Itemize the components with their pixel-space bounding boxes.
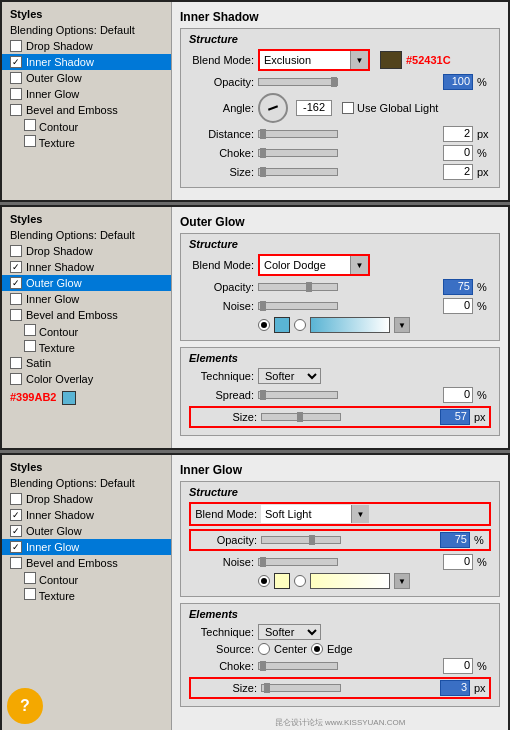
contour-checkbox-2[interactable] bbox=[24, 324, 36, 336]
color-swatch-3[interactable] bbox=[274, 573, 290, 589]
opacity-slider-1[interactable] bbox=[258, 78, 439, 86]
inner-glow-checkbox-2[interactable] bbox=[10, 293, 22, 305]
blend-mode-wrapper-1[interactable]: Exclusion ▼ bbox=[258, 49, 370, 71]
source-edge-radio-3[interactable] bbox=[311, 643, 323, 655]
sidebar-1-contour[interactable]: Contour bbox=[2, 118, 171, 134]
global-light-checkbox-1[interactable] bbox=[342, 102, 354, 114]
sidebar-1-inner-glow[interactable]: Inner Glow bbox=[2, 86, 171, 102]
gradient-radio-2[interactable] bbox=[294, 319, 306, 331]
sidebar-2-inner-glow[interactable]: Inner Glow bbox=[2, 291, 171, 307]
distance-slider-1[interactable] bbox=[258, 130, 439, 138]
sidebar-3-bevel-emboss[interactable]: Bevel and Emboss bbox=[2, 555, 171, 571]
sidebar-2-drop-shadow[interactable]: Drop Shadow bbox=[2, 243, 171, 259]
choke-slider-3[interactable] bbox=[258, 662, 439, 670]
outer-glow-checkbox-3[interactable] bbox=[10, 525, 22, 537]
distance-slider-track-1[interactable] bbox=[258, 130, 338, 138]
choke-value-1[interactable]: 0 bbox=[443, 145, 473, 161]
texture-checkbox-3[interactable] bbox=[24, 588, 36, 600]
technique-select-3[interactable]: Softer Precise bbox=[258, 624, 321, 640]
opacity-slider-track-1[interactable] bbox=[258, 78, 338, 86]
sidebar-3-inner-glow[interactable]: Inner Glow bbox=[2, 539, 171, 555]
texture-checkbox-2[interactable] bbox=[24, 340, 36, 352]
opacity-value-1[interactable]: 100 bbox=[443, 74, 473, 90]
sidebar-2-color-overlay[interactable]: Color Overlay bbox=[2, 371, 171, 387]
noise-slider-3[interactable] bbox=[258, 558, 439, 566]
drop-shadow-checkbox-2[interactable] bbox=[10, 245, 22, 257]
sidebar-2-texture[interactable]: Texture bbox=[2, 339, 171, 355]
noise-slider-track-2[interactable] bbox=[258, 302, 338, 310]
opacity-slider-2[interactable] bbox=[258, 283, 439, 291]
opacity-slider-track-3[interactable] bbox=[261, 536, 341, 544]
gradient-dropdown-3[interactable]: ▼ bbox=[394, 573, 410, 589]
choke-slider-track-3[interactable] bbox=[258, 662, 338, 670]
size-slider-3[interactable] bbox=[261, 684, 436, 692]
gradient-swatch-3[interactable] bbox=[310, 573, 390, 589]
opacity-value-3[interactable]: 75 bbox=[440, 532, 470, 548]
opacity-value-2[interactable]: 75 bbox=[443, 279, 473, 295]
spread-slider-track-2[interactable] bbox=[258, 391, 338, 399]
inner-shadow-checkbox-2[interactable] bbox=[10, 261, 22, 273]
outer-glow-checkbox-1[interactable] bbox=[10, 72, 22, 84]
size-slider-track-2[interactable] bbox=[261, 413, 341, 421]
bevel-emboss-checkbox-2[interactable] bbox=[10, 309, 22, 321]
sidebar-1-texture[interactable]: Texture bbox=[2, 134, 171, 150]
spread-slider-2[interactable] bbox=[258, 391, 439, 399]
sidebar-3-texture[interactable]: Texture bbox=[2, 587, 171, 603]
inner-shadow-checkbox-3[interactable] bbox=[10, 509, 22, 521]
bevel-emboss-checkbox-1[interactable] bbox=[10, 104, 22, 116]
gradient-dropdown-2[interactable]: ▼ bbox=[394, 317, 410, 333]
opacity-slider-track-2[interactable] bbox=[258, 283, 338, 291]
size-value-2[interactable]: 57 bbox=[440, 409, 470, 425]
inner-glow-checkbox-3[interactable] bbox=[10, 541, 22, 553]
outer-glow-checkbox-2[interactable] bbox=[10, 277, 22, 289]
choke-value-3[interactable]: 0 bbox=[443, 658, 473, 674]
size-slider-2[interactable] bbox=[261, 413, 436, 421]
blend-mode-wrapper-2[interactable]: Color Dodge ▼ bbox=[258, 254, 370, 276]
blend-mode-dropdown-1[interactable]: ▼ bbox=[350, 51, 368, 69]
size-value-1[interactable]: 2 bbox=[443, 164, 473, 180]
sidebar-2-bevel-emboss[interactable]: Bevel and Emboss bbox=[2, 307, 171, 323]
size-slider-track-3[interactable] bbox=[261, 684, 341, 692]
contour-checkbox-3[interactable] bbox=[24, 572, 36, 584]
sidebar-1-inner-shadow[interactable]: Inner Shadow bbox=[2, 54, 171, 70]
sidebar-1-outer-glow[interactable]: Outer Glow bbox=[2, 70, 171, 86]
size-slider-1[interactable] bbox=[258, 168, 439, 176]
sidebar-3-drop-shadow[interactable]: Drop Shadow bbox=[2, 491, 171, 507]
technique-select-2[interactable]: Softer Precise bbox=[258, 368, 321, 384]
angle-value-1[interactable]: -162 bbox=[296, 100, 332, 116]
noise-slider-2[interactable] bbox=[258, 302, 439, 310]
inner-shadow-checkbox-1[interactable] bbox=[10, 56, 22, 68]
color-swatch-1[interactable] bbox=[380, 51, 402, 69]
drop-shadow-checkbox-1[interactable] bbox=[10, 40, 22, 52]
sidebar-2-inner-shadow[interactable]: Inner Shadow bbox=[2, 259, 171, 275]
size-slider-track-1[interactable] bbox=[258, 168, 338, 176]
color-swatch-2[interactable] bbox=[274, 317, 290, 333]
source-center-radio-3[interactable] bbox=[258, 643, 270, 655]
sidebar-2-outer-glow[interactable]: Outer Glow bbox=[2, 275, 171, 291]
sidebar-1-drop-shadow[interactable]: Drop Shadow bbox=[2, 38, 171, 54]
sidebar-3-contour[interactable]: Contour bbox=[2, 571, 171, 587]
sidebar-1-blending-options[interactable]: Blending Options: Default bbox=[2, 22, 171, 38]
bevel-emboss-checkbox-3[interactable] bbox=[10, 557, 22, 569]
noise-value-3[interactable]: 0 bbox=[443, 554, 473, 570]
sidebar-3-outer-glow[interactable]: Outer Glow bbox=[2, 523, 171, 539]
drop-shadow-checkbox-3[interactable] bbox=[10, 493, 22, 505]
sidebar-3-inner-shadow[interactable]: Inner Shadow bbox=[2, 507, 171, 523]
sidebar-2-satin[interactable]: Satin bbox=[2, 355, 171, 371]
inner-glow-checkbox-1[interactable] bbox=[10, 88, 22, 100]
choke-slider-1[interactable] bbox=[258, 149, 439, 157]
sidebar-3-blending-options[interactable]: Blending Options: Default bbox=[2, 475, 171, 491]
sidebar-2-contour[interactable]: Contour bbox=[2, 323, 171, 339]
gradient-swatch-2[interactable] bbox=[310, 317, 390, 333]
gradient-radio-3[interactable] bbox=[294, 575, 306, 587]
blend-mode-dropdown-3[interactable]: ▼ bbox=[351, 505, 369, 523]
texture-checkbox-1[interactable] bbox=[24, 135, 36, 147]
blend-mode-wrapper-3[interactable]: Soft Light ▼ bbox=[261, 505, 369, 523]
noise-value-2[interactable]: 0 bbox=[443, 298, 473, 314]
sidebar-1-bevel-emboss[interactable]: Bevel and Emboss bbox=[2, 102, 171, 118]
color-radio-2[interactable] bbox=[258, 319, 270, 331]
size-value-3[interactable]: 3 bbox=[440, 680, 470, 696]
spread-value-2[interactable]: 0 bbox=[443, 387, 473, 403]
choke-slider-track-1[interactable] bbox=[258, 149, 338, 157]
distance-value-1[interactable]: 2 bbox=[443, 126, 473, 142]
